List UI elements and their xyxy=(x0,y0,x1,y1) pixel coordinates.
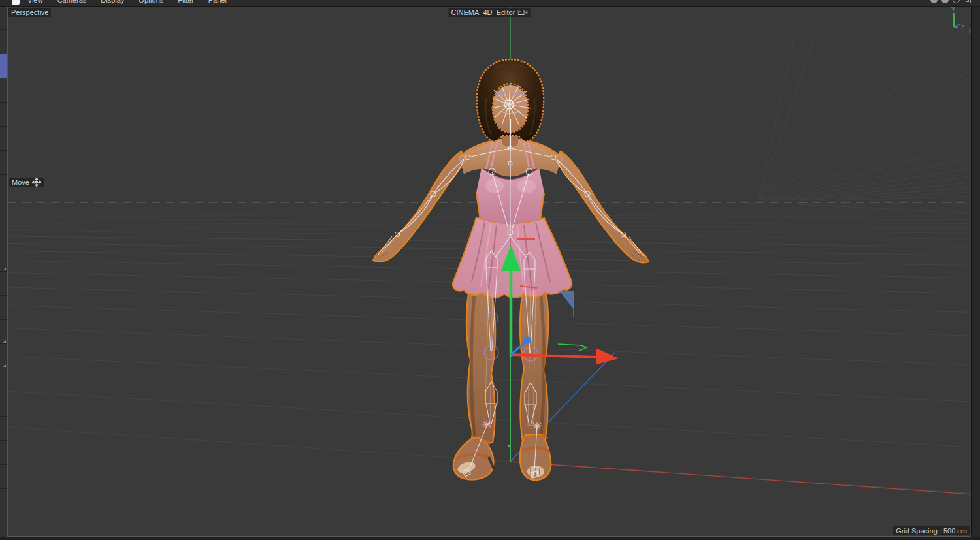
toolbar-button[interactable] xyxy=(0,247,7,272)
toolbar-button[interactable] xyxy=(0,489,7,513)
app-menu-icon[interactable] xyxy=(12,0,20,5)
toolbar-button[interactable] xyxy=(0,513,7,537)
toolbar-button[interactable] xyxy=(0,296,7,320)
flyout-triangle-icon xyxy=(3,364,6,367)
menu-item-view[interactable]: View xyxy=(27,0,43,5)
right-edge-panel xyxy=(971,6,980,540)
left-arm xyxy=(373,151,464,262)
gizmo-x-arrowhead xyxy=(596,348,619,364)
move-cursor-icon xyxy=(32,178,41,187)
viewport-menubar: ViewCamerasDisplayOptionsFilterPanel xyxy=(0,0,980,7)
toolbar-button[interactable] xyxy=(0,272,7,296)
active-tool-label: Move xyxy=(9,178,44,187)
grid-spacing-text: Grid Spacing : 500 cm xyxy=(896,526,967,535)
toolbar-button[interactable] xyxy=(0,103,7,127)
toolbar-button[interactable] xyxy=(0,392,7,417)
window-control-icon[interactable] xyxy=(930,0,938,3)
camera-icon xyxy=(517,9,527,16)
editor-label-text: CINEMA_4D_Editor xyxy=(451,8,515,17)
gizmo-z-handle xyxy=(524,337,531,344)
toolbar-button[interactable] xyxy=(0,151,7,175)
toolbar-button[interactable] xyxy=(0,175,7,199)
toolbar-button[interactable] xyxy=(0,199,7,223)
menu-item-display[interactable]: Display xyxy=(101,0,124,5)
right-arm xyxy=(558,151,649,262)
layout-icon[interactable] xyxy=(964,0,971,3)
menu-item-cameras[interactable]: Cameras xyxy=(57,0,87,5)
toolbar-button[interactable] xyxy=(0,344,7,368)
tool-label-text: Move xyxy=(12,178,29,187)
flyout-triangle-icon xyxy=(3,268,6,270)
axis-y-label: Y xyxy=(951,6,955,12)
left-tool-palette xyxy=(0,6,7,540)
axis-z-label: Z xyxy=(961,24,965,31)
gizmo-plane-handle-blue xyxy=(560,291,574,317)
menu-items: ViewCamerasDisplayOptionsFilterPanel xyxy=(27,0,227,5)
menu-item-panel[interactable]: Panel xyxy=(208,0,227,5)
toolbar-button[interactable] xyxy=(0,30,7,54)
toolbar-button[interactable] xyxy=(0,441,7,465)
scene-canvas[interactable] xyxy=(0,0,980,540)
editor-camera-label: CINEMA_4D_Editor xyxy=(449,8,531,17)
camera-label-text: Perspective xyxy=(11,8,48,17)
ring-icon[interactable] xyxy=(953,0,960,3)
world-x-axis xyxy=(510,462,973,494)
window-controls xyxy=(930,0,971,3)
toolbar-button[interactable] xyxy=(0,368,7,392)
menu-item-options[interactable]: Options xyxy=(139,0,163,5)
grid-spacing-label: Grid Spacing : 500 cm xyxy=(893,526,970,535)
flyout-triangle-icon xyxy=(3,340,6,343)
application-window: Perspective CINEMA_4D_Editor Move Grid S… xyxy=(0,0,980,540)
viewport-camera-label[interactable]: Perspective xyxy=(8,8,51,17)
window-control-icon[interactable] xyxy=(941,0,949,3)
toolbar-button[interactable] xyxy=(0,417,7,441)
toolbar-button[interactable] xyxy=(0,127,7,151)
toolbar-button[interactable] xyxy=(0,54,7,78)
toolbar-button[interactable] xyxy=(0,320,7,344)
bottom-edge-panel xyxy=(0,537,980,540)
toolbar-button[interactable] xyxy=(0,78,7,103)
toolbar-button[interactable] xyxy=(0,6,7,30)
toolbar-button[interactable] xyxy=(0,465,7,489)
toolbar-button[interactable] xyxy=(0,223,7,247)
menu-item-filter[interactable]: Filter xyxy=(178,0,193,5)
